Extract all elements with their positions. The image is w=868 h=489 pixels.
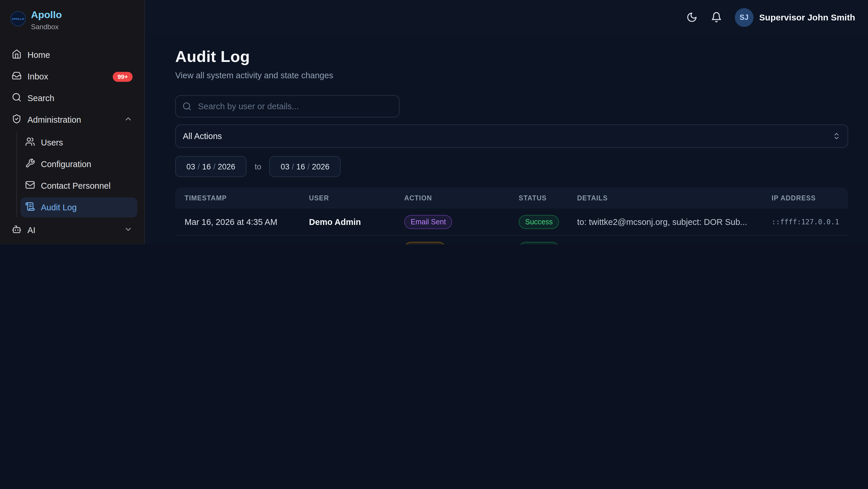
date-to-year: 2026 bbox=[312, 162, 330, 171]
sidebar-item-audit-log[interactable]: Audit Log bbox=[21, 197, 137, 217]
user-name: Supervisor John Smith bbox=[760, 12, 855, 22]
sidebar-item-label: Users bbox=[41, 138, 63, 147]
topbar: SJ Supervisor John Smith bbox=[145, 0, 868, 34]
cell-ip-address: ::ffff:127.0.0.1 bbox=[762, 218, 848, 226]
wrench-icon bbox=[25, 158, 35, 170]
users-icon bbox=[25, 137, 35, 148]
page-subtitle: View all system activity and state chang… bbox=[175, 71, 848, 80]
column-header-user: USER bbox=[300, 194, 395, 202]
sidebar-item-administration[interactable]: Administration bbox=[7, 110, 137, 130]
chevron-up-icon[interactable] bbox=[124, 115, 133, 125]
page-content: Audit Log View all system activity and s… bbox=[145, 34, 868, 245]
date-from-input[interactable]: 03/ 16/ 2026 bbox=[175, 156, 247, 177]
shield-icon bbox=[12, 114, 22, 126]
sidebar-nav: Home Inbox 99+ Search Administration Use… bbox=[7, 45, 137, 240]
home-icon bbox=[12, 49, 22, 61]
cell-status: Success bbox=[509, 242, 568, 245]
cell-user: Demo Admin bbox=[300, 217, 395, 226]
chevron-down-icon[interactable] bbox=[124, 225, 133, 236]
main-area: SJ Supervisor John Smith Audit Log View … bbox=[145, 0, 868, 245]
brand: APOLLO Apollo Sandbox bbox=[7, 7, 137, 33]
date-from-year: 2026 bbox=[218, 162, 236, 171]
sidebar: APOLLO Apollo Sandbox Home Inbox 99+ Sea… bbox=[0, 0, 145, 245]
sidebar-item-users[interactable]: Users bbox=[21, 133, 137, 152]
sidebar-item-ai[interactable]: AI bbox=[7, 220, 137, 240]
date-separator: / bbox=[197, 162, 200, 171]
theme-toggle-moon-icon[interactable] bbox=[686, 11, 699, 24]
action-filter-select[interactable]: All Actions bbox=[175, 124, 848, 148]
brand-subtitle: Sandbox bbox=[31, 23, 62, 31]
scroll-text-icon bbox=[25, 202, 35, 213]
apollo-logo-icon: APOLLO bbox=[10, 11, 26, 26]
date-to-month: 03 bbox=[281, 162, 289, 171]
column-header-status: STATUS bbox=[509, 194, 568, 202]
cell-details: DOR 4182, role: admin bbox=[568, 244, 762, 245]
search-icon bbox=[182, 102, 192, 111]
search-field-wrap bbox=[175, 95, 400, 117]
date-from-month: 03 bbox=[186, 162, 195, 171]
user-menu[interactable]: SJ Supervisor John Smith bbox=[735, 8, 855, 27]
cell-details: to: twittke2@mcsonj.org, subject: DOR Su… bbox=[568, 217, 762, 226]
date-separator: / bbox=[308, 162, 310, 171]
date-to-day: 16 bbox=[296, 162, 305, 171]
sidebar-item-configuration[interactable]: Configuration bbox=[21, 154, 137, 174]
search-input[interactable] bbox=[175, 95, 400, 117]
cell-user: Demo Admin bbox=[300, 244, 395, 245]
sidebar-item-home[interactable]: Home bbox=[7, 45, 137, 65]
sidebar-item-label: Home bbox=[27, 50, 50, 60]
action-badge: Email Sent bbox=[404, 215, 453, 229]
table-row: Mar 16, 2026 at 4:35 AM Demo Admin Email… bbox=[175, 209, 848, 236]
column-header-ip-address: IP ADDRESS bbox=[762, 194, 848, 202]
audit-table-header: TIMESTAMP USER ACTION STATUS DETAILS IP … bbox=[175, 187, 848, 209]
inbox-icon bbox=[12, 71, 22, 82]
date-to-input[interactable]: 03/ 16/ 2026 bbox=[270, 156, 341, 177]
audit-table-body: Mar 16, 2026 at 4:35 AM Demo Admin Email… bbox=[175, 209, 848, 245]
audit-table: TIMESTAMP USER ACTION STATUS DETAILS IP … bbox=[175, 187, 848, 245]
sidebar-item-label: AI bbox=[27, 225, 35, 235]
sidebar-item-label: Contact Personnel bbox=[41, 181, 111, 190]
sidebar-item-label: Search bbox=[27, 93, 54, 103]
mail-icon bbox=[25, 180, 35, 192]
column-header-action: ACTION bbox=[395, 194, 509, 202]
cell-timestamp: Mar 16, 2026 at 4:35 AM bbox=[175, 217, 300, 226]
brand-name: Apollo bbox=[31, 9, 62, 21]
administration-submenu: Users Configuration Contact Personnel Au… bbox=[17, 133, 137, 217]
sidebar-item-label: Configuration bbox=[41, 159, 91, 169]
search-icon bbox=[12, 92, 22, 104]
column-header-timestamp: TIMESTAMP bbox=[175, 194, 300, 202]
page-title: Audit Log bbox=[175, 47, 848, 67]
date-range-to-label: to bbox=[255, 162, 261, 171]
date-range-row: 03/ 16/ 2026 to 03/ 16/ 2026 bbox=[175, 156, 848, 177]
action-badge: Dor Sign bbox=[404, 242, 445, 245]
cell-action: Email Sent bbox=[395, 215, 509, 229]
column-header-details: DETAILS bbox=[568, 194, 762, 202]
sidebar-item-label: Audit Log bbox=[41, 203, 77, 212]
app-window: APOLLO Apollo Sandbox Home Inbox 99+ Sea… bbox=[0, 0, 868, 245]
sidebar-item-search[interactable]: Search bbox=[7, 88, 137, 108]
date-from-day: 16 bbox=[202, 162, 211, 171]
status-badge: Success bbox=[519, 215, 559, 229]
cell-action: Dor Sign bbox=[395, 242, 509, 245]
table-row: Mar 16, 2026 at 4:35 AM Demo Admin Dor S… bbox=[175, 236, 848, 245]
sidebar-item-label: Administration bbox=[27, 115, 81, 124]
date-separator: / bbox=[213, 162, 216, 171]
cell-status: Success bbox=[509, 215, 568, 229]
cell-timestamp: Mar 16, 2026 at 4:35 AM bbox=[175, 244, 300, 245]
action-filter-value: All Actions bbox=[183, 131, 222, 141]
notifications-bell-icon[interactable] bbox=[710, 11, 723, 24]
avatar: SJ bbox=[735, 8, 753, 27]
bot-icon bbox=[12, 224, 22, 236]
inbox-count-badge: 99+ bbox=[113, 71, 133, 82]
sidebar-item-contact-personnel[interactable]: Contact Personnel bbox=[21, 176, 137, 196]
date-separator: / bbox=[292, 162, 294, 171]
sidebar-item-inbox[interactable]: Inbox 99+ bbox=[7, 67, 137, 87]
chevrons-up-down-icon bbox=[832, 132, 841, 140]
status-badge: Success bbox=[519, 242, 559, 245]
sidebar-item-label: Inbox bbox=[27, 72, 48, 81]
